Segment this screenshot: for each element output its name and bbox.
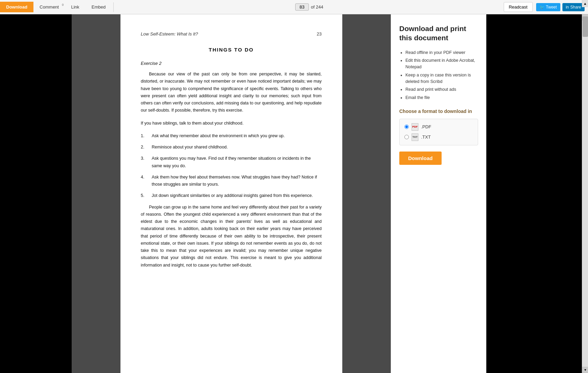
- download-sidebar: Download and print this document Read of…: [391, 14, 486, 373]
- twitter-icon: 🐦: [540, 5, 545, 10]
- list-item: 2. Reminisce about your shared childhood…: [141, 144, 322, 151]
- comment-badge: 0: [62, 3, 63, 6]
- page-header: Low Self-Esteem: What Is It? 23: [141, 31, 322, 37]
- social-buttons: 🐦 Tweet in Share: [536, 3, 585, 11]
- feature-item: Keep a copy in case this version is dele…: [405, 72, 478, 85]
- linkedin-icon: in: [566, 5, 569, 10]
- scrollbar-thumb[interactable]: [583, 16, 588, 37]
- pdf-label: .PDF: [421, 124, 431, 129]
- embed-tab[interactable]: Embed: [85, 2, 112, 12]
- scrollbar[interactable]: ▲ ▼: [582, 14, 588, 373]
- list-item: 1. Ask what they remember about the envi…: [141, 132, 322, 140]
- paragraph-2: People can grow up in the same home and …: [141, 204, 322, 269]
- pdf-radio[interactable]: [404, 125, 409, 129]
- share-button[interactable]: in Share: [562, 3, 585, 11]
- feature-list: Read offline in your PDF viewer Edit thi…: [399, 49, 478, 101]
- left-panel: [0, 14, 72, 373]
- page-header-title: Low Self-Esteem: What Is It?: [141, 31, 198, 37]
- txt-label: .TXT: [421, 134, 431, 140]
- txt-option[interactable]: TXT .TXT: [404, 133, 473, 141]
- format-section-heading: Choose a format to download in: [399, 109, 478, 114]
- feature-item: Email the file: [405, 95, 478, 101]
- sidebar-heading: Download and print this document: [399, 24, 478, 43]
- exercise-label: Exercise 2: [141, 61, 322, 66]
- tweet-label: Tweet: [546, 5, 557, 10]
- feature-item: Read offline in your PDF viewer: [405, 49, 478, 56]
- scroll-down-button[interactable]: ▼: [582, 367, 588, 373]
- page-total: of 244: [311, 4, 323, 10]
- right-black-panel: [486, 14, 582, 373]
- feature-item: Edit this document in Adobe Acrobat, Not…: [405, 57, 478, 70]
- page-navigation: of 244: [295, 3, 323, 11]
- scroll-up-arrow[interactable]: ▲: [582, 0, 588, 7]
- pdf-icon: PDF: [412, 123, 418, 131]
- toolbar: Download Comment0 Link Embed of 244 Read…: [0, 0, 588, 14]
- page-input[interactable]: [295, 3, 309, 11]
- download-tab[interactable]: Download: [0, 2, 33, 12]
- main-layout: Low Self-Esteem: What Is It? 23 THINGS T…: [0, 14, 588, 373]
- txt-radio[interactable]: [404, 135, 409, 139]
- page-content: Low Self-Esteem: What Is It? 23 THINGS T…: [120, 14, 342, 373]
- pdf-option[interactable]: PDF .PDF: [404, 123, 473, 131]
- download-button[interactable]: Download: [399, 152, 442, 165]
- format-options: PDF .PDF TXT .TXT: [399, 119, 478, 145]
- section-title: THINGS TO DO: [141, 47, 322, 53]
- paragraph-1: Because our view of the past can only be…: [141, 71, 322, 114]
- list-item: 4. Ask them how they feel about themselv…: [141, 174, 322, 188]
- toolbar-divider: [113, 2, 114, 12]
- txt-icon: TXT: [412, 133, 418, 141]
- comment-tab[interactable]: Comment0: [33, 2, 65, 12]
- page-number-display: 23: [317, 31, 321, 37]
- document-area: Low Self-Esteem: What Is It? 23 THINGS T…: [72, 14, 391, 373]
- link-tab[interactable]: Link: [65, 2, 85, 12]
- list-items: 1. Ask what they remember about the envi…: [141, 132, 322, 200]
- list-item: 3. Ask questions you may have. Find out …: [141, 155, 322, 170]
- share-label: Share: [570, 5, 581, 10]
- tweet-button[interactable]: 🐦 Tweet: [536, 3, 560, 11]
- feature-item: Read and print without ads: [405, 86, 478, 93]
- sibling-prompt: If you have siblings, talk to them about…: [141, 120, 322, 127]
- readcast-button[interactable]: Readcast: [504, 2, 533, 12]
- list-item: 5. Jot down significant similarities or …: [141, 192, 322, 199]
- comment-label: Comment: [40, 4, 59, 10]
